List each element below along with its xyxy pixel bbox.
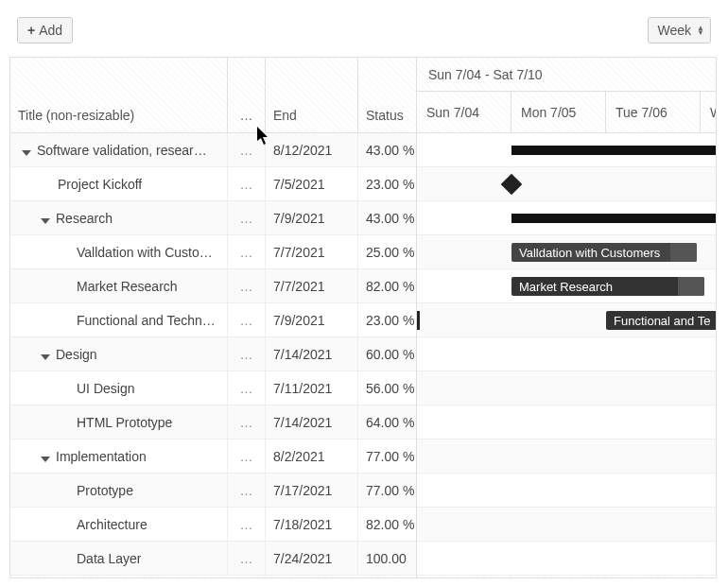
end-cell[interactable]: 7/14/2021 xyxy=(266,337,358,371)
summary-bar[interactable] xyxy=(511,214,716,223)
table-row[interactable]: Valldation with Custo……7/7/202125.00 % xyxy=(10,235,416,269)
table-row[interactable]: Software validation, resear……8/12/202143… xyxy=(10,133,416,167)
caret-down-icon[interactable] xyxy=(41,354,50,360)
end-cell[interactable]: 7/9/2021 xyxy=(266,201,358,234)
table-row[interactable]: Prototype…7/17/202177.00 % xyxy=(10,474,416,508)
chart-row[interactable] xyxy=(417,405,716,440)
end-cell[interactable]: 7/24/2021 xyxy=(266,542,358,575)
table-row[interactable]: HTML Prototype…7/14/202164.00 % xyxy=(10,405,416,440)
task-bar[interactable]: Valldation with Customers xyxy=(511,243,697,262)
header-ellipsis[interactable]: … xyxy=(228,58,266,132)
status-cell[interactable]: 23.00 % xyxy=(358,303,416,336)
status-cell[interactable]: 82.00 % xyxy=(358,269,416,302)
title-cell[interactable]: Software validation, resear… xyxy=(10,133,228,166)
day-col[interactable]: Sun 7/04 xyxy=(417,92,511,132)
title-cell[interactable]: HTML Prototype xyxy=(10,405,228,439)
chart-row[interactable] xyxy=(417,201,716,235)
header-end[interactable]: End xyxy=(266,58,358,132)
row-menu-button[interactable]: … xyxy=(228,405,266,439)
status-cell[interactable]: 77.00 % xyxy=(358,440,416,473)
title-cell[interactable]: Prototype xyxy=(10,474,228,507)
title-cell[interactable]: Design xyxy=(10,337,228,371)
title-cell[interactable]: Data Layer xyxy=(10,542,228,575)
title-cell[interactable]: Research xyxy=(10,201,228,234)
task-bar[interactable]: Functional and Te xyxy=(606,311,716,330)
end-cell[interactable]: 7/7/2021 xyxy=(266,235,358,268)
chart-body[interactable]: Valldation with Customers Market Researc… xyxy=(417,133,716,577)
day-col[interactable]: Mon 7/05 xyxy=(511,92,606,132)
table-row[interactable]: Research…7/9/202143.00 % xyxy=(10,201,416,235)
end-cell[interactable]: 7/5/2021 xyxy=(266,167,358,200)
row-menu-button[interactable]: … xyxy=(228,201,266,234)
row-menu-button[interactable]: … xyxy=(228,303,266,336)
title-cell[interactable]: UI Design xyxy=(10,371,228,405)
chart-pane: Sun 7/04 - Sat 7/10 Sun 7/04 Mon 7/05 Tu… xyxy=(417,58,716,577)
row-menu-button[interactable]: … xyxy=(228,167,266,200)
chart-row[interactable] xyxy=(417,167,716,201)
view-select[interactable]: Week ▲▼ xyxy=(648,17,711,43)
status-cell[interactable]: 56.00 % xyxy=(358,371,416,405)
chart-row[interactable] xyxy=(417,508,716,542)
row-menu-button[interactable]: … xyxy=(228,508,266,541)
table-row[interactable]: Data Layer…7/24/2021100.00 xyxy=(10,542,416,576)
row-menu-button[interactable]: … xyxy=(228,542,266,575)
chart-row[interactable] xyxy=(417,337,716,371)
end-cell[interactable]: 7/9/2021 xyxy=(266,303,358,336)
end-cell[interactable]: 8/12/2021 xyxy=(266,133,358,166)
table-row[interactable]: Market Research…7/7/202182.00 % xyxy=(10,269,416,303)
table-row[interactable]: Project Kickoff…7/5/202123.00 % xyxy=(10,167,416,201)
caret-down-icon[interactable] xyxy=(22,150,31,156)
status-cell[interactable]: 60.00 % xyxy=(358,337,416,371)
status-cell[interactable]: 100.00 xyxy=(358,542,416,575)
title-cell[interactable]: Project Kickoff xyxy=(10,167,228,200)
status-cell[interactable]: 77.00 % xyxy=(358,474,416,507)
chart-row[interactable] xyxy=(417,371,716,405)
chart-row[interactable]: Valldation with Customers xyxy=(417,235,716,269)
title-cell[interactable]: Implementation xyxy=(10,440,228,473)
end-cell[interactable]: 7/14/2021 xyxy=(266,405,358,439)
table-row[interactable]: Architecture…7/18/202182.00 % xyxy=(10,508,416,542)
end-cell[interactable]: 7/18/2021 xyxy=(266,508,358,541)
caret-down-icon[interactable] xyxy=(41,218,50,224)
milestone-icon[interactable] xyxy=(501,174,523,196)
task-bar[interactable]: Market Research xyxy=(511,277,704,296)
row-menu-button[interactable]: … xyxy=(228,371,266,405)
end-cell[interactable]: 7/17/2021 xyxy=(266,474,358,507)
end-cell[interactable]: 7/7/2021 xyxy=(266,269,358,302)
table-row[interactable]: Functional and Techn……7/9/202123.00 % xyxy=(10,303,416,337)
header-title[interactable]: Title (non-resizable) xyxy=(10,58,228,132)
row-menu-button[interactable]: … xyxy=(228,474,266,507)
status-cell[interactable]: 43.00 % xyxy=(358,133,416,166)
chart-row[interactable]: Market Research xyxy=(417,269,716,303)
chart-row[interactable] xyxy=(417,133,716,167)
day-col[interactable]: W xyxy=(701,92,716,132)
row-menu-button[interactable]: … xyxy=(228,235,266,268)
table-row[interactable]: Design…7/14/202160.00 % xyxy=(10,337,416,371)
end-cell[interactable]: 7/11/2021 xyxy=(266,371,358,405)
status-cell[interactable]: 64.00 % xyxy=(358,405,416,439)
status-cell[interactable]: 23.00 % xyxy=(358,167,416,200)
title-cell[interactable]: Architecture xyxy=(10,508,228,541)
status-cell[interactable]: 82.00 % xyxy=(358,508,416,541)
end-cell[interactable]: 8/2/2021 xyxy=(266,440,358,473)
summary-bar[interactable] xyxy=(511,146,716,155)
row-menu-button[interactable]: … xyxy=(228,440,266,473)
row-menu-button[interactable]: … xyxy=(228,337,266,371)
row-menu-button[interactable]: … xyxy=(228,133,266,166)
status-cell[interactable]: 43.00 % xyxy=(358,201,416,234)
row-menu-button[interactable]: … xyxy=(228,269,266,302)
status-cell[interactable]: 25.00 % xyxy=(358,235,416,268)
chart-row[interactable] xyxy=(417,474,716,508)
chart-row[interactable]: Functional and Te xyxy=(417,303,716,337)
add-button[interactable]: + Add xyxy=(17,17,73,43)
table-row[interactable]: Implementation…8/2/202177.00 % xyxy=(10,440,416,474)
caret-down-icon[interactable] xyxy=(41,457,50,462)
chart-row[interactable] xyxy=(417,440,716,474)
title-cell[interactable]: Functional and Techn… xyxy=(10,303,228,336)
header-status[interactable]: Status xyxy=(358,58,417,132)
day-col[interactable]: Tue 7/06 xyxy=(606,92,701,132)
title-cell[interactable]: Market Research xyxy=(10,269,228,302)
chart-row[interactable] xyxy=(417,542,716,576)
title-cell[interactable]: Valldation with Custo… xyxy=(10,235,228,268)
table-row[interactable]: UI Design…7/11/202156.00 % xyxy=(10,371,416,405)
